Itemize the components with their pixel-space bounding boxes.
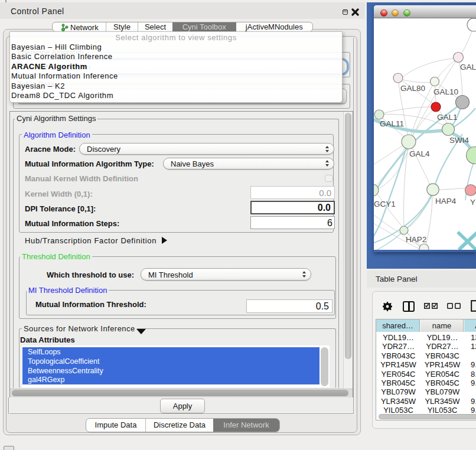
svg-text:SWI4: SWI4 [449, 136, 469, 145]
svg-text:GAL4: GAL4 [409, 149, 430, 158]
svg-text:Y: Y [470, 198, 475, 207]
svg-text:GAL11: GAL11 [380, 119, 404, 128]
svg-text:GAL1: GAL1 [437, 113, 458, 122]
svg-text:HAP2: HAP2 [406, 235, 426, 244]
svg-text:GAL10: GAL10 [433, 87, 458, 96]
svg-text:GAL: GAL [460, 63, 476, 71]
svg-text:GCY1: GCY1 [374, 200, 396, 208]
svg-text:HAP4: HAP4 [435, 197, 457, 206]
svg-text:GAL80: GAL80 [400, 84, 425, 93]
